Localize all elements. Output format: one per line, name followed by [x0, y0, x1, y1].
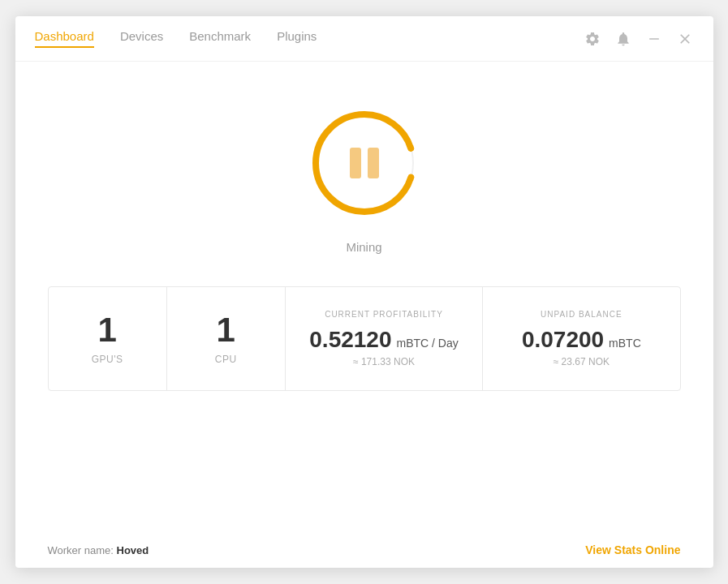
pause-icon: [350, 148, 379, 178]
footer: Worker name: Hoved View Stats Online: [15, 532, 713, 568]
mining-section: Mining: [304, 102, 425, 254]
profitability-section-label: CURRENT PROFITABILITY: [325, 310, 443, 319]
pause-bar-right: [368, 148, 379, 178]
stats-row: 1 GPU'S 1 CPU CURRENT PROFITABILITY 0.52…: [48, 286, 681, 391]
gpu-stat-card: 1 GPU'S: [49, 287, 167, 390]
profitability-value: 0.52120: [309, 327, 391, 353]
app-window: Dashboard Devices Benchmark Plugins: [15, 16, 713, 568]
tab-dashboard[interactable]: Dashboard: [35, 29, 94, 48]
minimize-icon[interactable]: [645, 30, 663, 48]
tab-devices[interactable]: Devices: [120, 29, 163, 48]
profitability-value-row: 0.52120 mBTC / Day: [309, 327, 458, 353]
unpaid-balance-secondary: ≈ 23.67 NOK: [554, 356, 610, 367]
nav-tabs: Dashboard Devices Benchmark Plugins: [35, 29, 584, 48]
profitability-unit: mBTC / Day: [397, 337, 459, 350]
view-stats-link[interactable]: View Stats Online: [585, 543, 680, 556]
cpu-label: CPU: [215, 354, 237, 365]
unpaid-balance-unit: mBTC: [609, 337, 641, 350]
unpaid-balance-value-row: 0.07200 mBTC: [522, 327, 641, 353]
unpaid-balance-card: UNPAID BALANCE 0.07200 mBTC ≈ 23.67 NOK: [483, 287, 679, 390]
gpu-count: 1: [97, 313, 116, 347]
mining-circle[interactable]: [304, 102, 425, 224]
tab-benchmark[interactable]: Benchmark: [189, 29, 251, 48]
worker-name-value: Hoved: [117, 544, 149, 556]
gpu-label: GPU'S: [92, 354, 123, 365]
cpu-stat-card: 1 CPU: [167, 287, 286, 390]
worker-name-prefix: Worker name:: [48, 544, 117, 556]
unpaid-balance-value: 0.07200: [522, 327, 604, 353]
pause-bar-left: [350, 148, 361, 178]
header: Dashboard Devices Benchmark Plugins: [15, 16, 713, 62]
close-icon[interactable]: [676, 30, 694, 48]
tab-plugins[interactable]: Plugins: [277, 29, 317, 48]
cpu-count: 1: [217, 313, 235, 347]
main-content: Mining 1 GPU'S 1 CPU CURRENT PROFITABILI…: [15, 62, 713, 532]
worker-name-display: Worker name: Hoved: [48, 544, 149, 556]
settings-icon[interactable]: [584, 30, 601, 48]
bell-icon[interactable]: [614, 30, 632, 48]
header-actions: [584, 30, 694, 48]
profitability-secondary: ≈ 171.33 NOK: [353, 356, 415, 367]
unpaid-balance-section-label: UNPAID BALANCE: [541, 310, 622, 319]
mining-status-label: Mining: [346, 240, 381, 254]
profitability-card: CURRENT PROFITABILITY 0.52120 mBTC / Day…: [286, 287, 483, 390]
